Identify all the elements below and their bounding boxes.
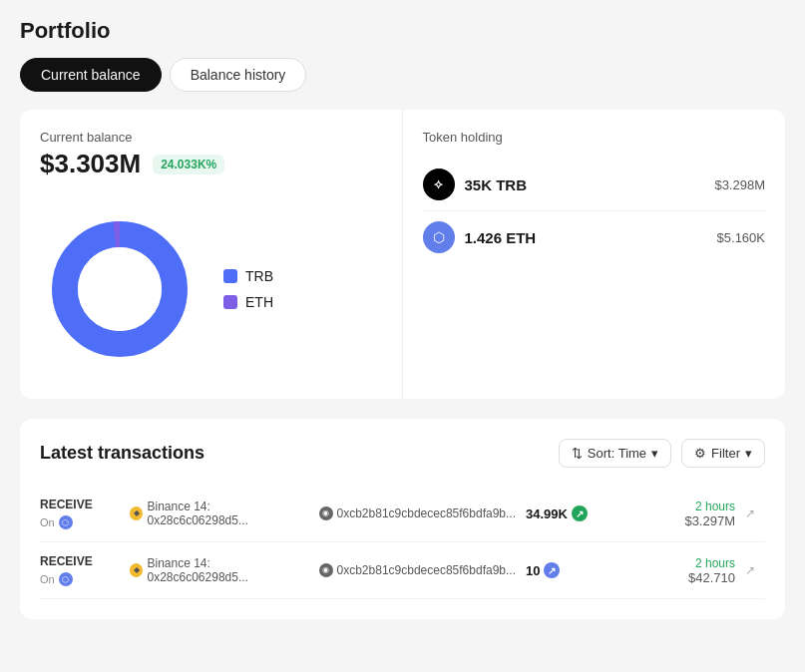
eth-chain-icon-1: ⬡ <box>59 515 73 529</box>
external-link-icon-2[interactable]: ↗ <box>745 563 765 577</box>
sort-icon: ⇅ <box>572 446 583 461</box>
tab-bar: Current balance Balance history <box>20 58 785 92</box>
token-icon-eth: ⬡ <box>423 221 455 253</box>
legend-trb: TRB <box>223 268 273 284</box>
balance-badge: 24.033K% <box>153 155 224 174</box>
token-item-trb: ⟡ 35K TRB $3.298M <box>423 159 766 211</box>
transactions-header: Latest transactions ⇅ Sort: Time ▾ ⚙ Fil… <box>40 439 765 468</box>
tx-on-2: On ⬡ <box>40 572 120 586</box>
header-controls: ⇅ Sort: Time ▾ ⚙ Filter ▾ <box>559 439 765 468</box>
transaction-row-1: RECEIVE On ⬡ ◆ Binance 14: 0x28c6c06298d… <box>40 486 765 542</box>
tx-dest-1: ◉ 0xcb2b81c9cbdecec85f6bdfa9b... <box>319 506 516 520</box>
token-holding-label: Token holding <box>423 130 766 145</box>
tx-dest-text-2: 0xcb2b81c9cbdecec85f6bdfa9b... <box>337 563 516 577</box>
legend-label-trb: TRB <box>245 268 273 284</box>
tx-on-1: On ⬡ <box>40 515 120 529</box>
token-left-eth: ⬡ 1.426 ETH <box>423 221 537 253</box>
tx-usd-2: $42.710 <box>635 570 735 585</box>
binance-icon-2: ◆ <box>130 563 143 577</box>
donut-chart <box>40 209 200 369</box>
token-name-eth: 1.426 ETH <box>465 229 537 246</box>
external-link-icon-1[interactable]: ↗ <box>745 506 765 520</box>
tx-amount-arrow-1: ↗ <box>572 505 588 521</box>
filter-icon: ⚙ <box>694 446 706 461</box>
tx-time-1: 2 hours <box>635 500 735 513</box>
chart-area: TRB ETH <box>40 199 382 379</box>
portfolio-grid: Current balance $3.303M 24.033K% <box>20 110 785 399</box>
transactions-section: Latest transactions ⇅ Sort: Time ▾ ⚙ Fil… <box>20 419 785 619</box>
tab-current-balance[interactable]: Current balance <box>20 58 162 92</box>
filter-button[interactable]: ⚙ Filter ▾ <box>681 439 765 468</box>
tx-type-2: RECEIVE On ⬡ <box>40 554 120 586</box>
tx-usd-1: $3.297M <box>635 513 735 528</box>
svg-point-2 <box>78 247 162 331</box>
token-icon-trb: ⟡ <box>423 168 455 200</box>
page-title: Portfolio <box>20 18 785 44</box>
tx-type-label-1: RECEIVE <box>40 498 120 511</box>
token-value-trb: $3.298M <box>714 177 765 192</box>
tx-amount-arrow-2: ↗ <box>544 562 560 578</box>
tx-dest-text-1: 0xcb2b81c9cbdecec85f6bdfa9b... <box>337 506 516 520</box>
filter-label: Filter <box>711 446 740 461</box>
tx-source-text-2: Binance 14: 0x28c6c06298d5... <box>147 556 308 584</box>
tx-amount-2: 10 ↗ <box>526 562 625 578</box>
legend-eth: ETH <box>223 294 273 310</box>
token-name-trb: 35K TRB <box>465 176 528 193</box>
legend: TRB ETH <box>223 268 273 310</box>
page-container: Portfolio Current balance Balance histor… <box>0 0 805 637</box>
tab-balance-history[interactable]: Balance history <box>170 58 307 92</box>
balance-row: $3.303M 24.033K% <box>40 149 382 179</box>
tx-source-2: ◆ Binance 14: 0x28c6c06298d5... <box>130 556 309 584</box>
transaction-row-2: RECEIVE On ⬡ ◆ Binance 14: 0x28c6c06298d… <box>40 542 765 599</box>
legend-label-eth: ETH <box>245 294 273 310</box>
tx-time-usd-1: 2 hours $3.297M <box>635 500 735 528</box>
token-value-eth: $5.160K <box>717 230 765 245</box>
addr-icon-2: ◉ <box>319 563 333 577</box>
tx-amount-1: 34.99K ↗ <box>526 505 625 521</box>
sort-chevron-icon: ▾ <box>651 446 658 461</box>
tx-amount-text-2: 10 <box>526 563 540 578</box>
binance-icon-1: ◆ <box>130 506 143 520</box>
filter-chevron-icon: ▾ <box>745 446 752 461</box>
tx-type-1: RECEIVE On ⬡ <box>40 498 120 529</box>
tx-source-text-1: Binance 14: 0x28c6c06298d5... <box>147 500 308 527</box>
sort-button[interactable]: ⇅ Sort: Time ▾ <box>559 439 671 468</box>
legend-dot-eth <box>223 295 237 309</box>
transactions-title: Latest transactions <box>40 443 204 464</box>
tx-amount-text-1: 34.99K <box>526 506 568 521</box>
legend-dot-trb <box>223 269 237 283</box>
balance-label: Current balance <box>40 130 382 145</box>
tx-time-2: 2 hours <box>635 556 735 570</box>
token-item-eth: ⬡ 1.426 ETH $5.160K <box>423 211 766 263</box>
sort-label: Sort: Time <box>588 446 646 461</box>
tx-type-label-2: RECEIVE <box>40 554 120 568</box>
token-section: Token holding ⟡ 35K TRB $3.298M ⬡ 1.426 … <box>403 110 786 399</box>
balance-section: Current balance $3.303M 24.033K% <box>20 110 403 399</box>
token-left-trb: ⟡ 35K TRB <box>423 168 528 200</box>
tx-time-usd-2: 2 hours $42.710 <box>635 556 735 585</box>
eth-chain-icon-2: ⬡ <box>59 572 73 586</box>
on-text-2: On <box>40 573 55 585</box>
tx-dest-2: ◉ 0xcb2b81c9cbdecec85f6bdfa9b... <box>319 563 516 577</box>
balance-amount: $3.303M <box>40 149 141 179</box>
on-text-1: On <box>40 516 55 528</box>
addr-icon-1: ◉ <box>319 506 333 520</box>
tx-source-1: ◆ Binance 14: 0x28c6c06298d5... <box>130 500 309 527</box>
donut-svg <box>40 209 200 369</box>
